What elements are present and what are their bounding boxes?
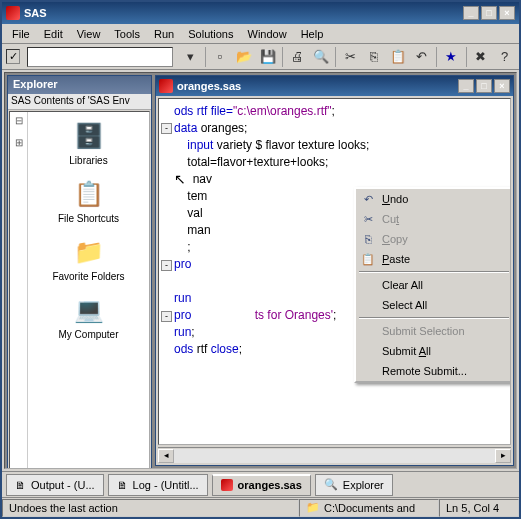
menu-view[interactable]: View xyxy=(71,26,107,42)
help-icon[interactable]: ? xyxy=(494,46,515,68)
context-menu: ↶ Undo ✂ Cut ⎘ Copy 📋 Paste xyxy=(354,187,511,383)
ctx-copy: ⎘ Copy xyxy=(356,229,511,249)
tab-oranges[interactable]: oranges.sas xyxy=(212,474,311,496)
separator xyxy=(359,271,509,273)
editor-close-button[interactable]: × xyxy=(494,79,510,93)
paste-icon: 📋 xyxy=(360,251,376,268)
new-icon[interactable]: ▫ xyxy=(210,46,231,68)
undo-icon: ↶ xyxy=(360,191,376,208)
menu-file[interactable]: File xyxy=(6,26,36,42)
cursor-icon: ↖ xyxy=(174,171,186,188)
window-tabs: 🗎 Output - (U... 🗎 Log - (Untitl... oran… xyxy=(2,471,519,497)
submit-icon[interactable]: ★ xyxy=(441,46,462,68)
notepad-icon: 📋 xyxy=(73,178,105,210)
folder-icon: 📁 xyxy=(73,236,105,268)
copy-icon[interactable]: ⎘ xyxy=(364,46,385,68)
statusbar: Undoes the last action 📁 C:\Documents an… xyxy=(2,497,519,517)
app-title: SAS xyxy=(24,7,47,19)
ctx-submit-all[interactable]: Submit All xyxy=(356,341,511,361)
status-hint: Undoes the last action xyxy=(2,499,299,517)
status-path: 📁 C:\Documents and xyxy=(299,499,439,517)
mdi-area: Explorer SAS Contents of 'SAS Env ⊟⊞ 🗄️ … xyxy=(4,72,517,469)
computer-icon: 💻 xyxy=(73,294,105,326)
print-icon[interactable]: 🖨 xyxy=(287,46,308,68)
undo-icon[interactable]: ↶ xyxy=(411,46,432,68)
tab-output[interactable]: 🗎 Output - (U... xyxy=(6,474,104,496)
tab-explorer[interactable]: 🔍 Explorer xyxy=(315,474,393,496)
folder-icon: 📁 xyxy=(306,501,320,514)
ctx-paste[interactable]: 📋 Paste xyxy=(356,249,511,269)
editor-maximize-button[interactable]: □ xyxy=(476,79,492,93)
separator xyxy=(359,317,509,319)
ctx-submit-selection: Submit Selection xyxy=(356,321,511,341)
ctx-undo[interactable]: ↶ Undo xyxy=(356,189,511,209)
editor-title: oranges.sas xyxy=(177,80,241,92)
explorer-subtitle: SAS Contents of 'SAS Env xyxy=(8,94,151,110)
icon-label: My Computer xyxy=(58,329,118,340)
ctx-cut: ✂ Cut xyxy=(356,209,511,229)
cut-icon[interactable]: ✂ xyxy=(340,46,361,68)
editor-minimize-button[interactable]: _ xyxy=(458,79,474,93)
fold-icon[interactable]: - xyxy=(161,123,172,134)
code-editor[interactable]: ods rtf file="c:\em\oranges.rtf"; -data … xyxy=(158,98,511,445)
horizontal-scrollbar[interactable]: ◂ ▸ xyxy=(158,447,511,463)
explorer-window: Explorer SAS Contents of 'SAS Env ⊟⊞ 🗄️ … xyxy=(7,75,152,469)
checkmark-icon[interactable]: ✓ xyxy=(6,49,20,64)
menu-run[interactable]: Run xyxy=(148,26,180,42)
cut-icon: ✂ xyxy=(360,211,376,228)
ctx-remote-submit[interactable]: Remote Submit... xyxy=(356,361,511,381)
stop-icon[interactable]: ✖ xyxy=(471,46,492,68)
icon-label: Libraries xyxy=(69,155,107,166)
ctx-select-all[interactable]: Select All xyxy=(356,295,511,315)
explorer-item-libraries[interactable]: 🗄️ Libraries xyxy=(44,120,134,166)
paste-icon[interactable]: 📋 xyxy=(388,46,409,68)
menu-window[interactable]: Window xyxy=(242,26,293,42)
tab-log[interactable]: 🗎 Log - (Untitl... xyxy=(108,474,208,496)
open-icon[interactable]: 📂 xyxy=(234,46,255,68)
icon-label: File Shortcuts xyxy=(58,213,119,224)
minimize-button[interactable]: _ xyxy=(463,6,479,20)
scroll-left-icon[interactable]: ◂ xyxy=(158,449,174,463)
toolbar: ✓ ▾ ▫ 📂 💾 🖨 🔍 ✂ ⎘ 📋 ↶ ★ ✖ ? xyxy=(2,44,519,70)
menubar: File Edit View Tools Run Solutions Windo… xyxy=(2,24,519,44)
explorer-item-favorites[interactable]: 📁 Favorite Folders xyxy=(44,236,134,282)
editor-titlebar: oranges.sas _ □ × xyxy=(156,76,513,96)
preview-icon[interactable]: 🔍 xyxy=(311,46,332,68)
fold-icon[interactable]: - xyxy=(161,260,172,271)
app-window: SAS _ □ × File Edit View Tools Run Solut… xyxy=(0,0,521,519)
explorer-item-mycomputer[interactable]: 💻 My Computer xyxy=(44,294,134,340)
fold-icon[interactable]: - xyxy=(161,311,172,322)
ctx-clear-all[interactable]: Clear All xyxy=(356,275,511,295)
editor-window: oranges.sas _ □ × ods rtf file="c:\em\or… xyxy=(155,75,514,466)
titlebar: SAS _ □ × xyxy=(2,2,519,24)
cabinet-icon: 🗄️ xyxy=(73,120,105,152)
dropdown-icon[interactable]: ▾ xyxy=(180,46,201,68)
icon-label: Favorite Folders xyxy=(52,271,124,282)
status-position: Ln 5, Col 4 xyxy=(439,499,519,517)
log-icon: 🗎 xyxy=(117,479,128,491)
menu-help[interactable]: Help xyxy=(295,26,330,42)
explorer-title: Explorer xyxy=(8,76,151,94)
menu-solutions[interactable]: Solutions xyxy=(182,26,239,42)
explorer-item-shortcuts[interactable]: 📋 File Shortcuts xyxy=(44,178,134,224)
menu-edit[interactable]: Edit xyxy=(38,26,69,42)
command-input[interactable] xyxy=(27,47,173,67)
explorer-icon: 🔍 xyxy=(324,478,338,491)
tree-strip[interactable]: ⊟⊞ xyxy=(10,112,28,469)
maximize-button[interactable]: □ xyxy=(481,6,497,20)
menu-tools[interactable]: Tools xyxy=(108,26,146,42)
output-icon: 🗎 xyxy=(15,479,26,491)
scroll-right-icon[interactable]: ▸ xyxy=(495,449,511,463)
copy-icon: ⎘ xyxy=(360,231,376,248)
sas-doc-icon xyxy=(221,479,233,491)
sas-app-icon xyxy=(6,6,20,20)
save-icon[interactable]: 💾 xyxy=(257,46,278,68)
sas-doc-icon xyxy=(159,79,173,93)
close-button[interactable]: × xyxy=(499,6,515,20)
